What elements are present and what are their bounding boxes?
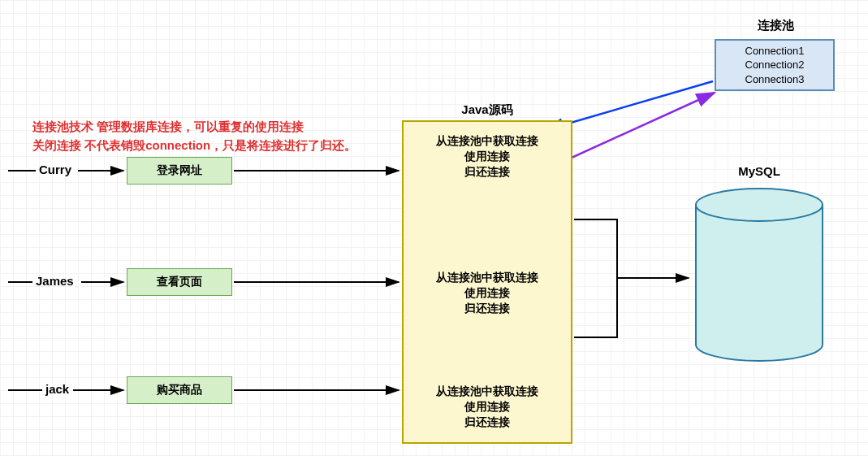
jb2-return: 归还连接 [464,302,510,315]
java-title: Java源码 [402,102,572,118]
action3-label: 购买商品 [157,383,202,397]
pool-lines: Connection1 Connection2 Connection3 [745,44,805,87]
jb2-use: 使用连接 [464,286,510,299]
action-box-2: 查看页面 [127,268,232,296]
note-line1: 连接池技术 管理数据库连接，可以重复的使用连接 [32,119,304,133]
java-block-2: 从连接池中获取连接 使用连接 归还连接 [404,270,571,316]
cylinder-svg [690,185,828,364]
jb1-use: 使用连接 [464,150,510,163]
mysql-title: MySQL [710,164,808,178]
svg-rect-1 [696,205,823,345]
pool-title: 连接池 [727,18,824,33]
pool-conn3: Connection3 [745,73,805,85]
java-block-1: 从连接池中获取连接 使用连接 归还连接 [404,133,571,180]
pool-box: Connection1 Connection2 Connection3 [715,39,835,91]
jb3-return: 归还连接 [464,415,510,428]
jb1-get: 从连接池中获取连接 [436,134,538,147]
action-box-1: 登录网址 [127,157,232,185]
jb1-return: 归还连接 [464,165,510,178]
note-text: 连接池技术 管理数据库连接，可以重复的使用连接 关闭连接 不代表销毁connec… [32,118,382,154]
action1-label: 登录网址 [157,163,202,178]
note-line2: 关闭连接 不代表销毁connection，只是将连接进行了归还。 [32,138,356,152]
pool-conn2: Connection2 [745,59,805,71]
action-box-3: 购买商品 [127,376,232,404]
java-box: 从连接池中获取连接 使用连接 归还连接 从连接池中获取连接 使用连接 归还连接 … [402,120,572,444]
pool-conn1: Connection1 [745,45,805,57]
svg-point-4 [696,189,823,221]
user-label-2: James [36,274,74,288]
jb3-get: 从连接池中获取连接 [436,384,538,397]
action2-label: 查看页面 [157,275,202,289]
jb2-get: 从连接池中获取连接 [436,271,538,284]
mysql-cylinder [690,185,828,364]
jb3-use: 使用连接 [464,400,510,413]
java-block-3: 从连接池中获取连接 使用连接 归还连接 [404,384,571,430]
user-label-3: jack [45,382,69,396]
user-label-1: Curry [39,163,71,176]
